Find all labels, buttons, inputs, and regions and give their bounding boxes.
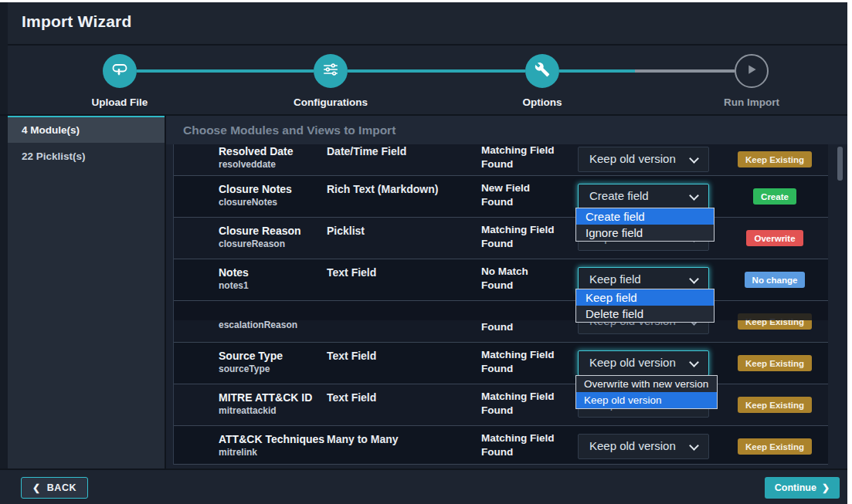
sliders-icon	[322, 61, 339, 81]
field-type: Text Field	[327, 350, 376, 362]
match-status: Matching Field	[481, 391, 555, 402]
step-label-configurations: Configurations	[294, 96, 368, 108]
continue-button[interactable]: Continue ❯	[765, 477, 840, 499]
status-badge: No change	[745, 272, 806, 288]
field-type: Text Field	[327, 266, 376, 279]
badge-cell: Keep Existing	[736, 355, 813, 371]
field-type: Many to Many	[327, 433, 399, 445]
back-button[interactable]: ❮ BACK	[21, 477, 88, 499]
status-badge: Overwrite	[746, 230, 803, 246]
field-key: notes1	[219, 280, 249, 291]
chevron-right-icon: ❯	[822, 483, 830, 492]
field-type: Text Field	[327, 391, 376, 404]
chevron-down-icon	[689, 357, 699, 367]
table-row: Resolved Date resolveddate Date/Time Fie…	[174, 144, 828, 175]
table-row: Closure Reason closureReason Picklist Ma…	[174, 217, 828, 259]
table-row: escalationReason Found Keep old version …	[174, 300, 828, 342]
wizard-content: 4 Module(s) 22 Picklist(s) Choose Module…	[0, 114, 847, 468]
stepper-connector	[348, 69, 525, 73]
import-wizard-dialog: Import Wizard Upload File	[0, 2, 847, 504]
dropdown-option[interactable]: Create field	[576, 208, 714, 225]
match-status: Found	[481, 446, 513, 458]
step-configurations[interactable]	[314, 54, 348, 88]
status-badge: Keep Existing	[738, 397, 812, 413]
action-select-value: Create field	[589, 189, 649, 202]
scrollbar-thumb[interactable]	[837, 147, 843, 181]
chevron-down-icon	[689, 441, 699, 451]
dropdown-option[interactable]: Overwrite with new version	[576, 376, 717, 392]
match-status: Matching Field	[481, 224, 555, 235]
field-key: mitrelink	[219, 447, 257, 458]
field-name: Source Type	[219, 350, 283, 362]
action-select[interactable]: Create field	[578, 184, 709, 209]
match-status: Found	[481, 404, 513, 416]
step-label-upload-file: Upload File	[92, 96, 148, 108]
field-key: mitreattackid	[219, 405, 277, 416]
field-key: sourceType	[219, 364, 270, 374]
field-name: Notes	[219, 266, 249, 279]
continue-button-label: Continue	[775, 482, 816, 493]
overlay-artifact	[174, 301, 828, 320]
stepper-connector	[559, 69, 635, 73]
action-select[interactable]: Keep old version	[578, 350, 709, 376]
match-status: Matching Field	[481, 349, 555, 360]
step-label-run-import: Run Import	[724, 96, 779, 108]
status-badge: Keep Existing	[738, 438, 812, 455]
match-status: No Match	[481, 266, 528, 277]
wrench-icon	[535, 62, 550, 80]
step-label-options: Options	[523, 96, 562, 108]
field-name: Closure Reason	[219, 225, 301, 237]
match-status: Found	[481, 321, 513, 333]
import-wizard-window: Import Wizard Upload File	[0, 0, 852, 504]
stepper-connector	[137, 69, 314, 73]
step-upload-file[interactable]	[103, 54, 137, 88]
match-status: Matching Field	[481, 432, 555, 444]
table-row: Notes notes1 Text Field No Match Found K…	[174, 259, 828, 300]
match-status: Found	[481, 196, 513, 208]
field-name: Closure Notes	[219, 183, 292, 195]
table-row: ATT&CK Techniques mitrelink Many to Many…	[174, 425, 828, 465]
field-key: closureNotes	[219, 197, 277, 208]
dropdown-popup-source-type: Overwrite with new version Keep old vers…	[575, 375, 718, 409]
field-type: Rich Text (Markdown)	[327, 183, 438, 195]
chevron-down-icon	[689, 154, 699, 164]
action-select-value: Keep old version	[589, 356, 676, 369]
badge-cell: Keep Existing	[736, 151, 813, 167]
back-button-label: BACK	[47, 482, 77, 493]
main-panel: Choose Modules and Views to Import Resol…	[165, 116, 847, 468]
dropdown-option[interactable]: Ignore field	[576, 225, 714, 241]
title-bar: Import Wizard	[8, 2, 847, 46]
dropdown-option[interactable]: Keep field	[576, 289, 714, 306]
sidebar-item-picklists[interactable]: 22 Picklist(s)	[8, 143, 165, 170]
chevron-left-icon: ❮	[32, 483, 41, 492]
table-row: Source Type sourceType Text Field Matchi…	[174, 342, 828, 384]
step-options[interactable]	[525, 54, 559, 88]
dropdown-popup-notes: Keep field Delete field	[575, 289, 715, 323]
field-name: ATT&CK Techniques	[219, 433, 324, 445]
dropdown-option[interactable]: Keep old version	[576, 392, 717, 408]
section-heading: Choose Modules and Views to Import	[166, 116, 847, 144]
play-icon	[745, 63, 759, 79]
select-file-icon	[110, 60, 129, 82]
status-badge: Keep Existing	[738, 355, 812, 371]
badge-cell: Keep Existing	[736, 438, 813, 455]
field-key: escalationReason	[219, 320, 297, 330]
chevron-down-icon	[689, 191, 699, 201]
match-status: Matching Field	[481, 144, 555, 156]
step-run-import[interactable]	[735, 54, 769, 88]
dropdown-option[interactable]: Delete field	[576, 306, 714, 322]
badge-cell: Keep Existing	[736, 397, 813, 413]
match-status: Found	[481, 279, 513, 291]
action-select[interactable]: Keep old version	[578, 147, 709, 172]
match-status: New Field	[481, 182, 530, 194]
action-select[interactable]: Keep old version	[578, 434, 709, 459]
sidebar-item-modules[interactable]: 4 Module(s)	[8, 116, 165, 143]
fields-table: Resolved Date resolveddate Date/Time Fie…	[173, 144, 828, 465]
match-status: Found	[481, 238, 513, 249]
table-row: Closure Notes closureNotes Rich Text (Ma…	[174, 175, 828, 217]
badge-cell: Overwrite	[736, 230, 813, 246]
action-select-value: Keep old version	[589, 439, 676, 452]
status-badge: Keep Existing	[738, 151, 812, 167]
status-badge: Create	[753, 188, 796, 205]
wizard-stepper: Upload File Configurations	[8, 46, 847, 114]
